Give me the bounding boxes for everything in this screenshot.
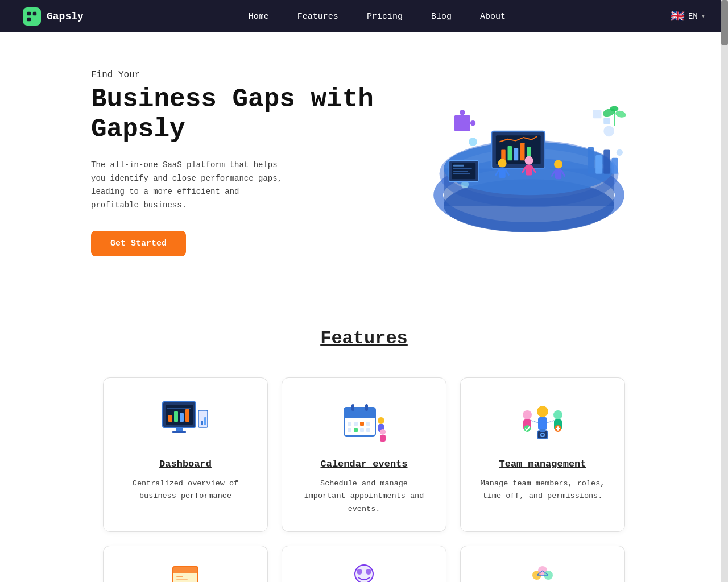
nav-links: Home Features Pricing Blog About (249, 11, 506, 22)
hero-title: Business Gaps with Gapsly (91, 85, 375, 145)
svg-rect-74 (354, 428, 358, 432)
svg-rect-40 (453, 171, 468, 172)
team-icon (517, 399, 568, 444)
svg-rect-88 (540, 429, 545, 432)
partial-icon-2 (347, 558, 381, 582)
svg-rect-55 (174, 411, 178, 422)
svg-point-47 (460, 110, 465, 115)
features-cards: Dashboard Centralized overview of busine… (68, 377, 660, 532)
svg-rect-0 (27, 11, 31, 16)
svg-rect-98 (173, 567, 198, 573)
svg-rect-68 (365, 404, 368, 411)
feature-card-partial-3 (460, 546, 625, 582)
svg-point-20 (469, 138, 477, 146)
feature-card-calendar: Calendar events Schedule and manage impo… (282, 377, 446, 532)
nav-pricing[interactable]: Pricing (367, 12, 403, 22)
partial-icon-1 (168, 558, 202, 582)
svg-rect-76 (366, 428, 370, 432)
nav-blog[interactable]: Blog (431, 12, 452, 22)
svg-point-22 (617, 149, 623, 156)
svg-rect-73 (348, 428, 351, 432)
svg-line-91 (531, 421, 538, 423)
svg-rect-38 (453, 165, 464, 167)
svg-rect-51 (603, 118, 610, 124)
svg-point-79 (380, 429, 386, 435)
partial-icon-3 (526, 558, 560, 582)
svg-rect-46 (454, 115, 470, 131)
svg-rect-80 (380, 435, 386, 442)
team-desc: Manage team members, roles, time off, an… (477, 477, 609, 503)
hero-description: The all-in-one SaaS platform that helps … (91, 159, 284, 213)
hero-illustration (421, 78, 637, 248)
svg-rect-11 (501, 150, 506, 161)
svg-rect-1 (32, 11, 37, 16)
svg-point-90 (541, 434, 544, 436)
svg-rect-50 (593, 110, 602, 118)
nav-about[interactable]: About (480, 12, 506, 22)
chevron-down-icon: ▾ (701, 12, 705, 20)
svg-point-81 (537, 406, 548, 417)
svg-point-49 (449, 120, 454, 126)
svg-rect-29 (526, 165, 532, 176)
svg-rect-16 (588, 147, 594, 174)
svg-rect-70 (354, 422, 358, 426)
svg-rect-82 (538, 417, 547, 430)
calendar-desc: Schedule and manage important appointmen… (298, 477, 430, 516)
svg-rect-69 (348, 422, 351, 426)
hero-svg (421, 78, 637, 248)
navbar: Gapsly Home Features Pricing Blog About … (0, 0, 728, 32)
hero-subtitle: Find Your (91, 70, 375, 80)
scrollbar[interactable] (721, 0, 728, 582)
features-section: Features (0, 294, 728, 582)
svg-point-21 (603, 126, 614, 136)
svg-point-28 (525, 156, 533, 165)
svg-rect-13 (514, 148, 519, 161)
svg-rect-72 (366, 422, 370, 426)
hero-text: Find Your Business Gaps with Gapsly The … (91, 70, 375, 256)
features-title: Features (68, 328, 660, 349)
hero-section: Find Your Business Gaps with Gapsly The … (0, 32, 728, 294)
svg-rect-33 (555, 168, 561, 179)
svg-rect-100 (176, 579, 188, 580)
svg-rect-54 (168, 415, 172, 422)
svg-rect-56 (180, 413, 184, 422)
scrollbar-thumb (721, 0, 728, 45)
dashboard-icon-area (119, 396, 251, 447)
svg-rect-57 (185, 409, 189, 422)
svg-rect-19 (611, 158, 618, 174)
svg-rect-2 (27, 17, 31, 22)
svg-rect-99 (176, 576, 183, 577)
svg-rect-3 (32, 17, 37, 22)
get-started-button[interactable]: Get Started (91, 231, 186, 256)
svg-rect-66 (344, 414, 375, 418)
svg-rect-12 (508, 146, 512, 160)
feature-card-team: Team management Manage team members, rol… (460, 377, 625, 532)
feature-card-partial-1 (103, 546, 268, 582)
logo[interactable]: Gapsly (23, 7, 84, 26)
nav-home[interactable]: Home (249, 12, 269, 22)
logo-text: Gapsly (47, 11, 84, 22)
svg-point-85 (553, 410, 562, 419)
svg-rect-41 (453, 173, 470, 174)
svg-point-77 (378, 417, 384, 424)
dashboard-desc: Centralized overview of business perform… (119, 477, 251, 503)
svg-point-24 (498, 159, 507, 168)
calendar-title: Calendar events (298, 459, 430, 469)
flag-icon: 🇬🇧 (671, 9, 685, 23)
language-selector[interactable]: 🇬🇧 EN ▾ (671, 9, 705, 23)
svg-rect-17 (595, 155, 602, 174)
svg-point-83 (523, 410, 532, 419)
nav-features[interactable]: Features (297, 12, 338, 22)
svg-rect-18 (603, 150, 610, 174)
dashboard-title: Dashboard (119, 459, 251, 469)
team-icon-area (477, 396, 609, 447)
svg-rect-39 (453, 168, 472, 169)
features-cards-row2 (68, 546, 660, 582)
calendar-icon (338, 399, 390, 444)
logo-icon (23, 7, 41, 26)
svg-point-48 (470, 120, 475, 126)
calendar-icon-area (298, 396, 430, 447)
feature-card-partial-2 (282, 546, 446, 582)
dashboard-icon (160, 399, 211, 444)
svg-line-92 (547, 421, 554, 423)
